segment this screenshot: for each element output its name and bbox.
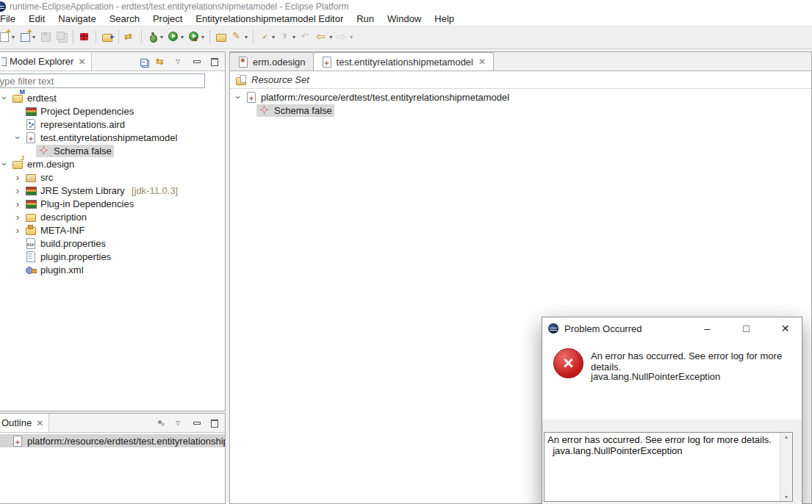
menu-navigate[interactable]: Navigate (51, 13, 102, 24)
filter-input[interactable] (0, 73, 205, 88)
chevron-down-icon[interactable]: › (12, 132, 24, 143)
chevron-right-icon[interactable]: › (12, 212, 23, 223)
focus-button[interactable] (156, 417, 168, 429)
tree-item-label: plugin.xml (40, 264, 84, 276)
profile-button[interactable]: ▾ (186, 28, 206, 46)
chevron-right-icon[interactable]: › (12, 198, 23, 209)
chevron-down-icon[interactable]: › (0, 93, 10, 103)
tree-item[interactable]: ›src (0, 170, 225, 184)
tree-item-content: Schema false (36, 145, 114, 157)
dropdown-arrow-icon[interactable]: ▾ (272, 34, 275, 40)
donate-button[interactable] (76, 28, 93, 46)
tree-item-label: erm.design (27, 159, 74, 170)
annotation-nav-button[interactable]: ▾ (277, 28, 298, 46)
editor-tab[interactable]: erm.odesign (229, 52, 314, 71)
minimize-button[interactable] (191, 417, 203, 429)
tree-item[interactable]: ›JRE System Library[jdk-11.0.3] (0, 184, 225, 197)
dropdown-arrow-icon[interactable]: ▾ (201, 34, 204, 40)
tab-model-explorer[interactable]: Model Explorer ✕ (0, 52, 92, 71)
new-wizard-button[interactable]: ▾ (0, 28, 17, 46)
debug-icon (147, 31, 159, 43)
minimize-button[interactable]: – (691, 317, 724, 339)
tree-item[interactable]: ›erm.design (0, 157, 225, 170)
tree-item[interactable]: build.properties (0, 237, 225, 250)
details-box[interactable]: An error has occurred. See error log for… (544, 432, 793, 502)
maximize-button[interactable]: □ (730, 317, 763, 339)
maximize-button[interactable] (209, 417, 220, 429)
menu-edit[interactable]: Edit (22, 13, 51, 24)
close-icon[interactable]: ✕ (478, 57, 486, 67)
maximize-button[interactable] (209, 56, 220, 68)
scrollbar[interactable]: ▲ ▼ (780, 433, 792, 501)
chevron-right-icon[interactable]: › (12, 185, 23, 196)
run-button[interactable]: ▾ (165, 28, 186, 46)
sync-button[interactable] (122, 28, 138, 46)
link-with-editor-button[interactable] (156, 56, 168, 68)
view-menu-button[interactable] (173, 56, 185, 68)
tree-item-label: test.entityrelationshipmetamodel (40, 132, 177, 143)
chevron-right-icon[interactable]: › (12, 225, 23, 236)
open-resource-button[interactable] (213, 28, 229, 46)
menu-window[interactable]: Window (381, 13, 428, 24)
save-all-button[interactable] (54, 28, 70, 46)
tree-item[interactable]: ›platform:/resource/erdtest/test.entityr… (230, 90, 811, 104)
tree-item[interactable]: plugin.properties (0, 250, 225, 263)
editor-tree: ›platform:/resource/erdtest/test.entityr… (230, 89, 811, 117)
minimize-button[interactable] (191, 56, 203, 68)
tab-outline[interactable]: Outline ✕ (0, 414, 49, 432)
tree-item[interactable]: platform:/resource/erdtest/test.entityre… (0, 434, 225, 447)
menu-project[interactable]: Project (146, 13, 189, 24)
tree-item[interactable]: ›erdtest (0, 91, 225, 104)
mark-occurrences-button[interactable]: ▾ (229, 28, 250, 46)
dropdown-arrow-icon[interactable]: ▾ (12, 34, 15, 40)
menu-help[interactable]: Help (428, 13, 461, 24)
tree-item[interactable]: ›description (0, 210, 225, 223)
scroll-down-icon[interactable]: ▼ (784, 494, 789, 500)
menu-file[interactable]: File (0, 13, 22, 24)
tree-item[interactable]: Project Dependencies (0, 104, 225, 118)
library-icon (25, 198, 37, 209)
collapse-all-button[interactable] (138, 56, 150, 68)
sparkle-icon (38, 145, 50, 156)
minimize-icon (191, 56, 203, 68)
tree-item[interactable]: Schema false (230, 104, 811, 117)
forward-button[interactable]: ▾ (334, 28, 355, 46)
close-button[interactable]: ✕ (769, 317, 802, 339)
new-view-button[interactable]: ▾ (17, 28, 37, 46)
dropdown-arrow-icon[interactable]: ▾ (181, 34, 184, 40)
chevron-right-icon[interactable]: › (12, 172, 23, 183)
model-file-icon (12, 435, 24, 447)
task-list-button[interactable]: ▾ (256, 28, 277, 46)
last-edit-button[interactable] (298, 28, 314, 46)
dropdown-arrow-icon[interactable]: ▾ (245, 34, 248, 40)
view-menu-button[interactable] (173, 417, 185, 429)
menu-search[interactable]: Search (103, 13, 146, 24)
chevron-down-icon[interactable]: › (0, 159, 10, 169)
scroll-up-icon[interactable]: ▲ (784, 434, 789, 439)
dropdown-arrow-icon[interactable]: ▾ (160, 34, 163, 40)
donate-icon (79, 31, 90, 43)
error-icon: ✕ (553, 348, 583, 378)
back-button[interactable]: ▾ (314, 28, 334, 46)
save-button[interactable] (37, 28, 54, 46)
debug-button[interactable]: ▾ (145, 28, 165, 46)
import-button[interactable] (99, 28, 115, 46)
tree-item[interactable]: ›META-INF (0, 223, 225, 237)
tree-item[interactable]: ›test.entityrelationshipmetamodel (0, 131, 225, 144)
tree-item[interactable]: Schema false (0, 144, 225, 157)
dropdown-arrow-icon[interactable]: ▾ (329, 34, 332, 40)
close-icon[interactable]: ✕ (78, 57, 85, 67)
dropdown-arrow-icon[interactable]: ▾ (292, 34, 295, 40)
editor-tab[interactable]: test.entityrelationshipmetamodel✕ (313, 52, 495, 71)
tree-item[interactable]: ›Plug-in Dependencies (0, 197, 225, 210)
dropdown-arrow-icon[interactable]: ▾ (350, 34, 353, 40)
close-icon[interactable]: ✕ (36, 418, 43, 428)
tree-item[interactable]: plugin.xml (0, 263, 225, 276)
menu-entityrelationshipmetamodel-editor[interactable]: Entityrelationshipmetamodel Editor (189, 13, 350, 24)
tree-item[interactable]: representations.aird (0, 118, 225, 131)
view-menu-icon (173, 56, 185, 68)
chevron-down-icon[interactable]: › (233, 92, 244, 102)
dropdown-arrow-icon[interactable]: ▾ (32, 34, 35, 40)
menu-run[interactable]: Run (350, 13, 381, 24)
eclipse-icon (548, 323, 558, 334)
